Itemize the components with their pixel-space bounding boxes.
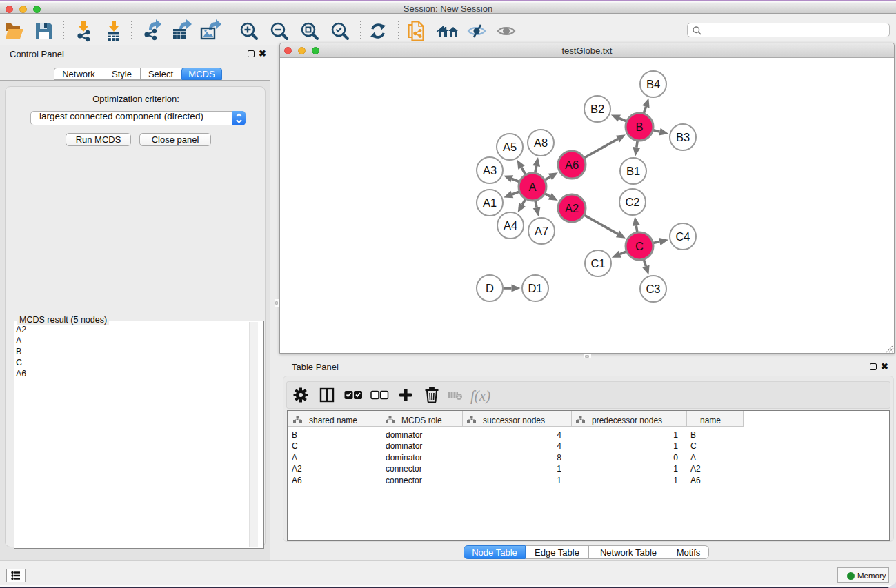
svg-text:predecessor nodes: predecessor nodes bbox=[592, 416, 662, 425]
svg-text:D1: D1 bbox=[528, 282, 542, 294]
svg-text:D: D bbox=[486, 282, 494, 294]
svg-text:C: C bbox=[635, 240, 644, 252]
svg-text:shared name: shared name bbox=[309, 416, 357, 425]
svg-text:A7: A7 bbox=[535, 225, 548, 237]
svg-text:B3: B3 bbox=[676, 131, 690, 143]
svg-text:A5: A5 bbox=[503, 141, 517, 153]
svg-text:C4: C4 bbox=[675, 230, 690, 243]
svg-text:MCDS role: MCDS role bbox=[401, 416, 442, 425]
svg-text:A3: A3 bbox=[483, 164, 497, 176]
svg-text:B1: B1 bbox=[626, 165, 640, 177]
svg-text:B4: B4 bbox=[646, 78, 660, 90]
svg-text:f(x): f(x) bbox=[470, 387, 490, 404]
svg-text:A2: A2 bbox=[565, 202, 579, 214]
svg-text:A6: A6 bbox=[565, 159, 579, 171]
svg-text:name: name bbox=[700, 416, 721, 425]
svg-text:C2: C2 bbox=[625, 196, 639, 208]
svg-text:A8: A8 bbox=[534, 136, 548, 149]
svg-text:A4: A4 bbox=[504, 219, 517, 232]
svg-text:C3: C3 bbox=[646, 283, 660, 295]
svg-text:C1: C1 bbox=[590, 257, 605, 270]
svg-text:A: A bbox=[528, 181, 536, 193]
svg-text:successor nodes: successor nodes bbox=[483, 416, 545, 425]
svg-text:B: B bbox=[635, 121, 643, 133]
svg-text:B2: B2 bbox=[590, 103, 604, 115]
svg-text:A1: A1 bbox=[483, 196, 497, 209]
